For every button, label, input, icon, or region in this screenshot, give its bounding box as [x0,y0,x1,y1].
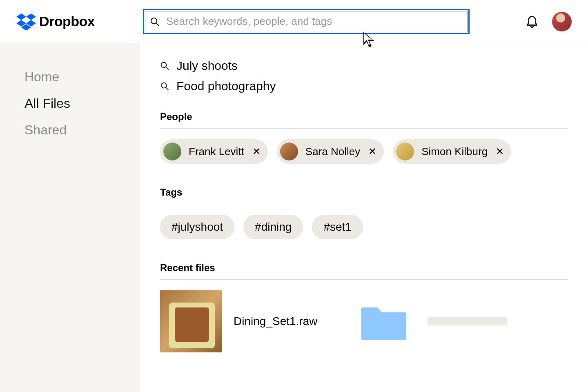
suggestion-item[interactable]: Food photography [160,76,568,96]
person-name: Frank Levitt [189,145,244,158]
search-icon [160,61,169,70]
svg-line-3 [166,67,169,70]
person-chip[interactable]: Frank Levitt ✕ [160,139,268,164]
people-row: Frank Levitt ✕ Sara Nolley ✕ Simon Kilbu… [160,139,568,164]
person-chip[interactable]: Sara Nolley ✕ [277,139,384,164]
tag-chip[interactable]: #dining [243,215,303,239]
user-avatar[interactable] [552,12,572,31]
section-title-recent: Recent files [160,262,568,280]
person-chip[interactable]: Simon Kilburg ✕ [393,139,511,164]
svg-point-4 [161,83,167,88]
tags-row: #julyshoot #dining #set1 [160,215,568,239]
suggestion-label: July shoots [176,59,238,73]
sidebar: Home All Files Shared [0,43,140,392]
section-title-people: People [160,111,568,129]
svg-point-2 [161,62,167,68]
svg-point-0 [151,18,157,24]
person-avatar [163,143,181,160]
tag-label: #dining [255,220,292,233]
search-input[interactable] [166,15,463,28]
person-avatar [396,143,414,160]
search-icon [150,17,160,27]
file-thumbnail[interactable] [160,290,222,352]
search-icon [160,82,169,91]
section-title-tags: Tags [160,187,568,204]
search-box[interactable] [143,9,470,34]
tag-label: #julyshoot [172,220,223,233]
close-icon[interactable]: ✕ [368,146,376,157]
close-icon[interactable]: ✕ [252,146,261,157]
dropbox-icon [16,13,36,30]
sidebar-item-label: Shared [24,122,67,137]
person-name: Sara Nolley [305,145,360,158]
brand-name: Dropbox [39,13,95,29]
sidebar-item-all-files[interactable]: All Files [24,90,140,117]
search-suggestions: July shoots Food photography [160,56,568,96]
svg-line-5 [166,88,169,90]
search-container [143,9,470,34]
tag-label: #set1 [323,220,352,233]
tag-chip[interactable]: #julyshoot [160,215,234,239]
sidebar-item-shared[interactable]: Shared [24,117,140,143]
sidebar-item-label: Home [24,69,59,84]
close-icon[interactable]: ✕ [496,146,504,157]
recent-files-row: Dining_Set1.raw [160,290,568,352]
suggestion-item[interactable]: July shoots [160,56,568,76]
folder-icon[interactable] [361,303,406,340]
svg-line-1 [156,23,159,26]
notifications-icon[interactable] [525,15,539,29]
person-avatar [280,143,298,160]
suggestion-label: Food photography [176,79,276,93]
person-name: Simon Kilburg [421,145,488,158]
tag-chip[interactable]: #set1 [312,215,363,239]
file-name-placeholder [428,317,507,325]
sidebar-item-home[interactable]: Home [24,64,140,90]
brand-logo[interactable]: Dropbox [16,13,135,30]
sidebar-item-label: All Files [24,96,70,111]
file-name[interactable]: Dining_Set1.raw [234,315,317,328]
